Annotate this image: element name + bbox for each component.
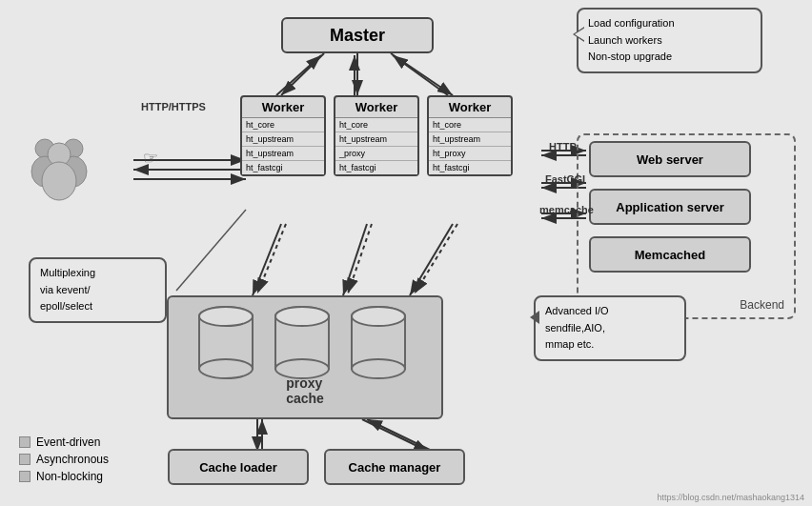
legend-label-nonblocking: Non-blocking: [36, 470, 103, 483]
app-server-box: Application server: [589, 189, 751, 225]
memcached-box: Memcached: [589, 236, 751, 273]
cache-loader-label: Cache loader: [199, 460, 277, 475]
worker-3-mod-1: ht_core: [429, 118, 511, 132]
svg-line-15: [348, 224, 372, 293]
worker-2-mod-4: ht_fastcgi: [335, 161, 417, 174]
legend-item-nonblocking: Non-blocking: [19, 470, 109, 483]
svg-point-46: [352, 307, 405, 326]
db-cylinder-3: [350, 305, 407, 391]
worker-1-mod-4: ht_fastcgi: [242, 161, 324, 174]
svg-point-38: [199, 307, 253, 326]
legend-label-async: Asynchronous: [36, 453, 109, 466]
svg-point-42: [275, 307, 329, 326]
svg-line-3: [281, 53, 324, 95]
worker-1-mod-2: ht_upstream: [242, 132, 324, 147]
cache-loader-box: Cache loader: [168, 449, 309, 485]
svg-line-5: [391, 53, 453, 95]
legend-item-event: Event-driven: [19, 435, 109, 449]
advanced-io-callout-tail: [530, 311, 539, 324]
http-label: HTTP: [549, 141, 577, 152]
svg-line-17: [415, 224, 457, 293]
fastcgi-label: FastCGI: [545, 173, 585, 185]
footnote: https://blog.csdn.net/mashaokang1314: [657, 493, 804, 502]
svg-line-13: [257, 224, 286, 293]
advanced-io-text: Advanced I/O sendfile,AIO, mmap etc.: [545, 305, 609, 350]
worker-1-title: Worker: [242, 97, 324, 118]
worker-2-mod-1: ht_core: [335, 118, 417, 132]
worker-1-mod-3: ht_upstream: [242, 147, 324, 161]
svg-line-28: [176, 210, 246, 291]
legend-square-async: [19, 454, 30, 465]
svg-line-16: [410, 224, 453, 295]
svg-line-6: [276, 55, 321, 95]
worker-3-mod-2: ht_upstream: [429, 132, 511, 147]
cache-manager-box: Cache manager: [324, 449, 465, 485]
worker-3-mod-3: ht_proxy: [429, 147, 511, 161]
people-icon: [24, 132, 110, 208]
proxy-cache-label: proxy cache: [286, 375, 324, 406]
advanced-io-callout: Advanced I/O sendfile,AIO, mmap etc.: [534, 295, 686, 361]
multiplexing-callout: Multiplexing via kevent/ epoll/select: [29, 257, 167, 323]
worker-1-box: Worker ht_core ht_upstream ht_upstream h…: [240, 95, 326, 176]
app-server-label: Application server: [616, 200, 723, 214]
worker-2-title: Worker: [335, 97, 417, 118]
svg-point-37: [199, 359, 253, 378]
callout-tail-inner: [575, 28, 585, 41]
master-box: Master: [281, 17, 434, 53]
http-https-label: HTTP/HTTPS: [141, 101, 206, 112]
legend-item-async: Asynchronous: [19, 453, 109, 466]
legend: Event-driven Asynchronous Non-blocking: [19, 435, 109, 487]
cache-manager-label: Cache manager: [349, 460, 441, 475]
memcached-label: Memcached: [635, 248, 705, 262]
diagram-container: Master Load configuration Launch workers…: [0, 0, 812, 506]
worker-3-title: Worker: [429, 97, 511, 118]
legend-square-event: [19, 436, 30, 448]
worker-1-mod-1: ht_core: [242, 118, 324, 132]
worker-3-mod-4: ht_fastcgi: [429, 161, 511, 174]
master-label: Master: [330, 26, 385, 46]
web-server-box: Web server: [589, 141, 751, 177]
svg-line-8: [393, 55, 448, 95]
svg-point-34: [42, 162, 76, 200]
proxy-cache-area: proxy cache: [167, 295, 443, 419]
worker-2-box: Worker ht_core ht_upstream _proxy ht_fas…: [334, 95, 419, 176]
master-callout-text: Load configuration Launch workers Non-st…: [588, 17, 675, 62]
svg-line-20: [362, 419, 429, 452]
worker-2-mod-2: ht_upstream: [335, 132, 417, 147]
worker-3-box: Worker ht_core ht_upstream ht_proxy ht_f…: [427, 95, 513, 176]
backend-label: Backend: [740, 298, 784, 312]
legend-square-nonblocking: [19, 471, 30, 482]
svg-point-45: [352, 359, 405, 378]
svg-line-12: [253, 224, 281, 295]
cursor-icon: ☞: [143, 148, 158, 169]
svg-line-21: [367, 419, 434, 452]
legend-label-event: Event-driven: [36, 435, 100, 449]
multiplexing-text: Multiplexing via kevent/ epoll/select: [40, 267, 95, 312]
master-callout: Load configuration Launch workers Non-st…: [577, 8, 762, 73]
web-server-label: Web server: [637, 152, 703, 167]
memcache-label: memcache: [539, 204, 594, 215]
svg-line-14: [343, 224, 367, 295]
worker-2-mod-3: _proxy: [335, 147, 417, 161]
db-cylinder-1: [197, 305, 254, 391]
